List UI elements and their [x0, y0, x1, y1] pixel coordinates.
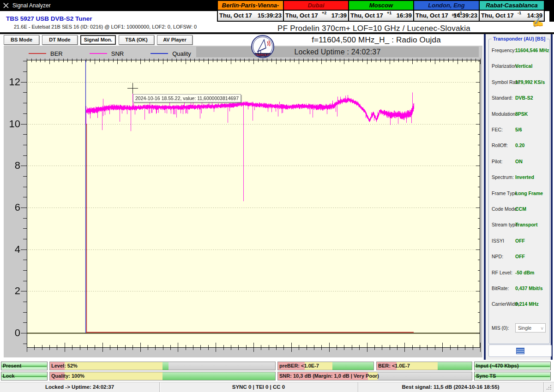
clock-time: 15:39:23 — [258, 12, 282, 19]
locked-uptime-banner: Locked Uptime : 24:02:37 — [196, 47, 479, 57]
y-tick-label: 8 — [4, 160, 20, 171]
meter-zone — [332, 362, 373, 370]
tp-field-value: 0,437 Mbit/s — [515, 285, 543, 291]
y-tick-label: 4 — [4, 244, 20, 255]
meter-zone — [163, 372, 275, 380]
legend-swatch — [151, 53, 168, 54]
bar-label: Lock — [3, 373, 15, 379]
chevron-down-icon: ˅ — [541, 325, 543, 333]
app-icon — [3, 2, 9, 9]
legend-item-snr: SNR — [90, 50, 124, 57]
clock-1: DubaiThu, Oct 17+217:39 — [283, 0, 349, 22]
clock-date: Thu, Oct 17 — [416, 12, 448, 19]
indicator-present: Present — [1, 362, 48, 370]
tp-field-label: Standard: — [492, 95, 513, 101]
tp-field-value: 11604,546 MHz — [515, 48, 549, 53]
status-segment-1: SYNC 0 | TEI 0 | CC 0 — [159, 382, 358, 392]
y-tick-label: 2 — [4, 286, 20, 296]
clock-date: Thu, Oct 17 — [219, 12, 252, 19]
stream-list-button[interactable] — [488, 344, 552, 357]
meter-empty — [169, 362, 275, 370]
clock-time-row: Thu, Oct 17DST-114:39:23 — [414, 11, 479, 21]
clock-time-row: Thu, Oct 1715:39:23 — [218, 11, 283, 21]
window-title: Signal Analyzer — [12, 2, 51, 9]
tp-field-value: Long Frame — [515, 190, 543, 196]
indicator-sync-ts: Sync TS — [474, 372, 551, 380]
tab-av-player[interactable]: AV Player — [157, 35, 193, 45]
y-tick-label: 0 — [4, 328, 20, 338]
tp-field-label: Frequency: — [492, 48, 516, 53]
grip-dot — [547, 389, 548, 390]
meter-zone — [163, 362, 169, 370]
tp-field-value: 8PSK — [515, 111, 528, 117]
stream-list-icon — [516, 348, 524, 354]
crosshair-vertical — [132, 83, 133, 94]
meter-zone — [438, 362, 472, 370]
tab-row: BS ModeDT ModeSignal Mon.TSA (OK)AV Play… — [4, 35, 193, 45]
dxsatcs-logo-circle: DXSATCS.COM — [251, 35, 274, 58]
clock-time-row: Thu, Oct 17+217:39 — [284, 11, 348, 21]
tp-field-value: Transport — [515, 222, 537, 227]
tp-field-value: 0,214 MHz — [515, 301, 539, 307]
tp-field-label: Frame Type: — [492, 190, 519, 196]
clock-utc-offset: +2 — [322, 11, 326, 17]
bar-label: BER: <1.0E-7 — [378, 363, 410, 368]
clock-city-label: London, Eng — [414, 1, 479, 11]
titlebar-right-filler — [549, 0, 554, 22]
clock-date: Thu, Oct 17 — [350, 12, 383, 19]
meter-quality: Quality: 100% — [49, 372, 276, 380]
tp-field-label: Code Mode: — [492, 206, 518, 212]
clock-3: London, EngThu, Oct 17DST-114:39:23 — [413, 0, 480, 22]
bar-label: SNR: 10,3 dB (Margin: 1,0 dB | Very Poor… — [279, 373, 379, 379]
snr-chart[interactable] — [4, 59, 482, 357]
tp-field-label: Pilot: — [492, 159, 502, 164]
tp-field-label: NPD: — [492, 254, 503, 259]
dxsatcs-logo-text: DXSATCS.COM — [251, 53, 274, 57]
bar-label: Sync TS — [476, 373, 496, 379]
bar-label: Quality: 100% — [51, 373, 84, 379]
y-tick-label: 12 — [4, 77, 20, 87]
legend-item-ber: BER — [29, 50, 63, 57]
transponder-groupbox: Transponder (AU) [BS] Frequency:11604,54… — [488, 39, 550, 344]
tp-field-label: Modulation: — [492, 111, 517, 117]
tab-tsa-ok-[interactable]: TSA (OK) — [119, 35, 154, 45]
resize-grip[interactable] — [547, 385, 552, 391]
tp-field-label: BitRate: — [492, 285, 509, 291]
indicator-lock: Lock — [1, 372, 48, 380]
tp-field-value: -50 dBm — [515, 270, 534, 275]
world-clock-strip: Berlin-Paris-Vienna-RomaThu, Oct 1715:39… — [218, 0, 545, 22]
y-tick-label: 6 — [4, 202, 20, 213]
tp-field-value: OFF — [515, 238, 525, 244]
grip-dot — [550, 385, 551, 386]
mis-dropdown[interactable]: Single ˅ — [515, 323, 546, 333]
tp-field-value: OFF — [515, 254, 525, 259]
legend-swatch — [29, 53, 46, 54]
tab-dt-mode[interactable]: DT Mode — [42, 35, 78, 45]
tp-field-value: Inverted — [515, 174, 534, 180]
mis-value: Single — [518, 325, 531, 331]
signature-icon: ✍ — [531, 16, 544, 28]
bar-label: Input (~470 Kbps) — [476, 363, 519, 368]
clock-time: 16:39 — [397, 12, 412, 19]
tab-signal-mon-[interactable]: Signal Mon. — [80, 35, 116, 45]
separator-line — [0, 32, 554, 34]
clock-time-row: Thu, Oct 17+116:39 — [349, 11, 413, 21]
legend-item-quality: Quality — [151, 50, 191, 57]
clock-city-label: Dubai — [284, 1, 348, 11]
clock-date: Thu, Oct 17 — [481, 12, 514, 19]
clock-city-label: Rabat-Casablanca — [480, 1, 544, 11]
clock-date: Thu, Oct 17 — [285, 12, 318, 19]
status-bar: Locked -> Uptime: 24:02:37SYNC 0 | TEI 0… — [0, 382, 554, 392]
tp-field-label: Spectrum: — [492, 174, 514, 180]
tp-field-value: 179,992 KS/s — [515, 79, 545, 85]
tp-field-value: DVB-S2 — [515, 95, 533, 101]
tab-bs-mode[interactable]: BS Mode — [4, 35, 39, 45]
mis-label: MIS (0): — [492, 325, 509, 331]
meter-level: Level: 52% — [49, 362, 276, 370]
indicator-input-470-kbps-: Input (~470 Kbps) — [474, 362, 551, 370]
transponder-title: Transponder (AU) [BS] — [492, 36, 547, 42]
clock-utc-offset: -1 — [518, 11, 521, 17]
tp-field-value: 5/6 — [515, 127, 522, 132]
bar-label: preBER: <1.0E-7 — [279, 363, 319, 368]
legend-label: SNR — [111, 50, 124, 57]
